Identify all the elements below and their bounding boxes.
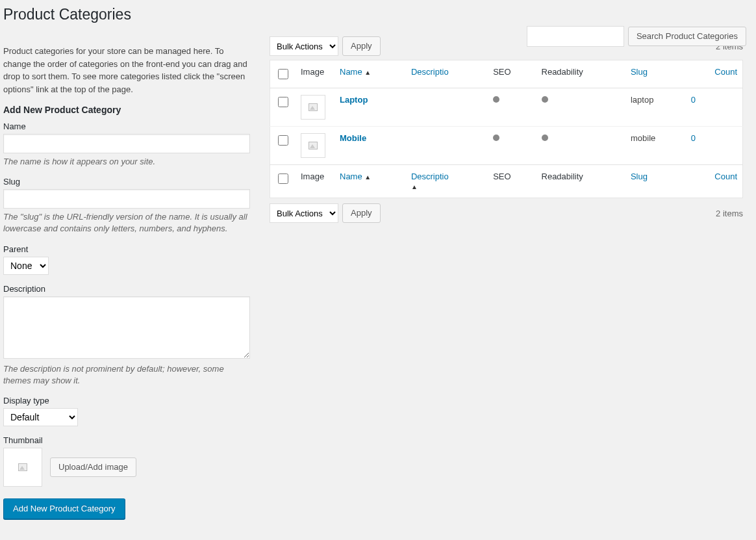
col-slug[interactable]: Slug [625, 60, 686, 88]
placeholder-image-icon [18, 463, 27, 471]
col-description[interactable]: Descriptio [406, 60, 488, 88]
col-image-foot: Image [296, 165, 334, 198]
page-title: Product Categories [3, 6, 743, 23]
name-label: Name [3, 122, 250, 131]
col-count-foot[interactable]: Count [686, 165, 743, 198]
parent-select[interactable]: None [3, 257, 49, 275]
col-name[interactable]: Name ▲ [334, 60, 406, 88]
apply-top-button[interactable]: Apply [342, 36, 381, 56]
add-new-heading: Add New Product Category [3, 105, 250, 115]
search-input[interactable] [527, 26, 624, 47]
display-type-select[interactable]: Default [3, 408, 78, 426]
col-readability-foot: Readability [536, 165, 625, 198]
col-seo: SEO [488, 60, 536, 88]
description-help: The description is not prominent by defa… [3, 363, 250, 387]
seo-dot-icon [493, 135, 499, 141]
search-button[interactable]: Search Product Categories [628, 27, 746, 46]
parent-label: Parent [3, 244, 250, 254]
description-label: Description [3, 284, 250, 294]
slug-label: Slug [3, 177, 250, 186]
bulk-actions-bottom[interactable]: Bulk Actions [270, 203, 338, 223]
col-count[interactable]: Count [686, 60, 743, 88]
select-all-top[interactable] [278, 69, 288, 79]
sort-asc-icon: ▲ [364, 174, 371, 181]
description-textarea[interactable] [3, 296, 250, 359]
slug-help: The "slug" is the URL-friendly version o… [3, 211, 250, 235]
table-row: Mobile mobile 0 [270, 127, 743, 165]
thumbnail-label: Thumbnail [3, 435, 250, 445]
intro-text: Product categories for your store can be… [3, 45, 250, 96]
apply-bottom-button[interactable]: Apply [342, 203, 381, 223]
row-name-link[interactable]: Laptop [340, 95, 368, 105]
row-checkbox[interactable] [278, 97, 288, 107]
row-slug: mobile [625, 127, 686, 165]
categories-table: Image Name ▲ Descriptio SEO Readability … [270, 60, 743, 198]
col-slug-foot[interactable]: Slug [625, 165, 686, 198]
row-slug: laptop [625, 88, 686, 127]
items-count-bottom: 2 items [716, 209, 743, 218]
row-count-link[interactable]: 0 [691, 95, 696, 105]
name-input[interactable] [3, 134, 250, 153]
row-checkbox[interactable] [278, 135, 288, 146]
col-seo-foot: SEO [488, 165, 536, 198]
sort-asc-icon: ▲ [364, 69, 371, 76]
row-count-link[interactable]: 0 [691, 133, 696, 143]
sort-asc-icon: ▲ [411, 183, 418, 190]
row-name-link[interactable]: Mobile [340, 133, 366, 143]
col-image: Image [296, 60, 334, 88]
readability-dot-icon [542, 135, 548, 141]
name-help: The name is how it appears on your site. [3, 156, 250, 168]
submit-button[interactable]: Add New Product Category [3, 498, 125, 519]
placeholder-image-icon [309, 142, 318, 149]
row-thumbnail [301, 133, 325, 158]
readability-dot-icon [542, 96, 548, 103]
select-all-bottom[interactable] [278, 174, 288, 184]
thumbnail-preview [3, 448, 42, 487]
col-description-foot[interactable]: Descriptio▲ [406, 165, 488, 198]
seo-dot-icon [493, 96, 499, 103]
slug-input[interactable] [3, 189, 250, 209]
placeholder-image-icon [309, 103, 318, 111]
row-thumbnail [301, 95, 325, 120]
col-readability: Readability [536, 60, 625, 88]
display-type-label: Display type [3, 396, 250, 405]
col-name-foot[interactable]: Name ▲ [334, 165, 406, 198]
upload-image-button[interactable]: Upload/Add image [50, 457, 136, 477]
bulk-actions-top[interactable]: Bulk Actions [270, 36, 338, 56]
table-row: Laptop laptop 0 [270, 88, 743, 127]
